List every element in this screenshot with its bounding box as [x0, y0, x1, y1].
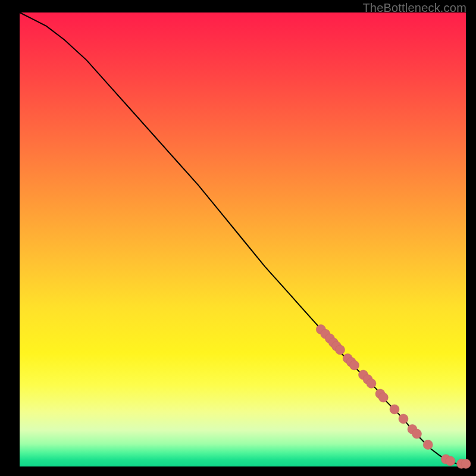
data-marker: [412, 429, 422, 439]
marker-layer: [316, 325, 471, 469]
data-marker: [390, 405, 399, 414]
data-marker: [350, 361, 359, 370]
plot-area: [20, 12, 466, 466]
data-marker: [367, 378, 376, 388]
data-marker: [461, 459, 471, 468]
chart-svg: [20, 12, 466, 466]
attribution-text: TheBottleneck.com: [362, 1, 466, 15]
data-marker: [378, 393, 388, 402]
chart-frame: TheBottleneck.com: [0, 0, 476, 476]
curve-line: [20, 12, 466, 464]
data-marker: [336, 345, 345, 355]
data-marker: [446, 456, 455, 466]
data-marker: [423, 440, 433, 449]
data-marker: [399, 414, 408, 424]
